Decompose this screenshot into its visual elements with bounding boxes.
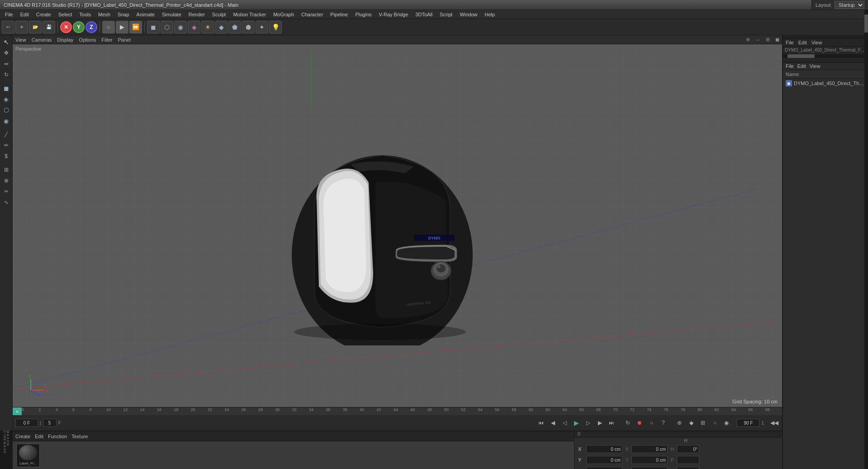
timeline-play[interactable]: ▶ <box>571 418 581 428</box>
menu-render[interactable]: Render <box>185 11 208 18</box>
timeline-icon2[interactable]: ◆ <box>686 418 696 428</box>
rp-menu-view[interactable]: View <box>810 63 821 69</box>
rp-scrollbar-thumb-v[interactable] <box>864 14 868 33</box>
vp-menu-view[interactable]: View <box>15 37 26 43</box>
toolbar-undo[interactable]: ↩ <box>2 21 14 34</box>
timeline-auto-key[interactable]: ○ <box>646 418 656 428</box>
sidebar-bucket-tool[interactable]: $ <box>1 151 11 161</box>
coords-p-input[interactable] <box>677 456 699 464</box>
rp-file-menu-edit[interactable]: Edit <box>798 40 807 45</box>
menu-mesh[interactable]: Mesh <box>95 11 114 18</box>
toolbar-mode-z[interactable]: Z <box>85 21 97 33</box>
timeline-icon1[interactable]: ⊕ <box>674 418 684 428</box>
timeline-key-info[interactable]: ? <box>658 418 668 428</box>
menu-mograph[interactable]: MoGraph <box>270 11 297 18</box>
toolbar-shape-7[interactable]: ✦ <box>256 21 268 34</box>
toolbar-shape-light[interactable]: ☀ <box>201 21 214 34</box>
rp-file-menu-view[interactable]: View <box>811 40 822 45</box>
layout-select[interactable]: Startup <box>835 1 864 9</box>
sidebar-scale-tool[interactable]: ⇔ <box>1 59 11 69</box>
coords-h-input[interactable] <box>677 445 699 453</box>
menu-sculpt[interactable]: Sculpt <box>209 11 229 18</box>
coords-y-pos-input[interactable] <box>586 456 622 464</box>
toolbar-shape-cube[interactable]: ◼ <box>147 21 160 34</box>
sidebar-grid-mode[interactable]: ⊞ <box>1 165 11 175</box>
timeline-icon6[interactable]: ◀◀ <box>769 418 779 428</box>
menu-plugins[interactable]: Plugins <box>352 11 375 18</box>
toolbar-shape-6[interactable]: ⬢ <box>242 21 255 34</box>
rp-scrollbar-v[interactable] <box>864 10 868 469</box>
timeline-icon5[interactable]: ◉ <box>721 418 731 428</box>
menu-script[interactable]: Script <box>436 11 455 18</box>
vp-menu-cameras[interactable]: Cameras <box>32 37 52 43</box>
vp-menu-panel[interactable]: Panel <box>118 37 131 43</box>
menu-vray-bridge[interactable]: V-Ray Bridge <box>376 11 412 18</box>
rp-menu-edit[interactable]: Edit <box>797 63 806 69</box>
menu-window[interactable]: Window <box>456 11 480 18</box>
sidebar-rotate-tool[interactable]: ↻ <box>1 70 11 80</box>
material-slot-1[interactable]: Label_Pr... <box>16 444 40 467</box>
timeline-step-back[interactable]: ◀ <box>548 418 558 428</box>
scene-item-dymo[interactable]: ▣ DYMO_Label_450_Direct_Thermal_... <box>783 79 868 88</box>
coords-z-size-input[interactable] <box>631 467 668 469</box>
menu-simulate[interactable]: Simulate <box>159 11 185 18</box>
timeline-go-start[interactable]: ⏮ <box>536 418 546 428</box>
vp-icon-3[interactable]: ⊞ <box>766 37 770 43</box>
menu-snap[interactable]: Snap <box>114 11 133 18</box>
toolbar-lamp[interactable]: 💡 <box>269 21 282 34</box>
toolbar-obj1[interactable]: ○ <box>102 21 115 34</box>
sidebar-poly-mode[interactable]: ◼ <box>1 83 11 93</box>
sidebar-line-tool[interactable]: ╱ <box>1 129 11 139</box>
toolbar-mode-y[interactable]: Y <box>73 21 85 33</box>
vp-menu-options[interactable]: Options <box>79 37 96 43</box>
menu-file[interactable]: File <box>2 11 16 18</box>
menu-animate[interactable]: Animate <box>133 11 158 18</box>
sidebar-select-tool[interactable]: ↖ <box>1 37 11 47</box>
vp-icon-4[interactable]: ◼ <box>775 37 779 43</box>
timeline-step-fwd2[interactable]: ▶ <box>595 418 605 428</box>
toolbar-shape-5[interactable]: ⬟ <box>228 21 241 34</box>
toolbar-mode-x[interactable]: ✕ <box>60 21 72 33</box>
rp-file-menu-file[interactable]: File <box>786 40 794 45</box>
vp-menu-filter[interactable]: Filter <box>101 37 112 43</box>
coords-y-size-input[interactable] <box>631 456 668 464</box>
sidebar-uvw-mode[interactable]: ◉ <box>1 116 11 126</box>
coords-b-input[interactable] <box>677 467 699 469</box>
toolbar-shape-camera[interactable]: ◆ <box>215 21 228 34</box>
toolbar-render-to-pic[interactable]: ⏩ <box>129 21 142 34</box>
mat-menu-function[interactable]: Function <box>48 434 67 439</box>
sidebar-point-mode[interactable]: ⬡ <box>1 105 11 115</box>
coords-x-size-input[interactable] <box>631 445 668 453</box>
coords-x-pos-input[interactable] <box>586 445 622 453</box>
timeline-current-frame-input[interactable] <box>15 419 38 427</box>
timeline-icon3[interactable]: ⊞ <box>698 418 708 428</box>
toolbar-open[interactable]: 📂 <box>29 21 42 34</box>
menu-pipeline[interactable]: Pipeline <box>327 11 351 18</box>
timeline-go-end[interactable]: ⏭ <box>607 418 617 428</box>
menu-select[interactable]: Select <box>55 11 76 18</box>
timeline-play-reverse[interactable]: ◁ <box>560 418 569 428</box>
menu-edit[interactable]: Edit <box>17 11 32 18</box>
vp-icon-1[interactable]: ⊕ <box>746 37 750 43</box>
menu-character[interactable]: Character <box>298 11 326 18</box>
timeline-fps-input[interactable] <box>43 419 57 427</box>
menu-tools[interactable]: Tools <box>76 11 94 18</box>
vp-icon-2[interactable]: ↔ <box>755 37 760 43</box>
rp-menu-file[interactable]: File <box>786 63 794 69</box>
rp-scrollbar-h[interactable] <box>783 54 868 58</box>
sidebar-move-tool[interactable]: ✥ <box>1 48 11 58</box>
timeline-loop[interactable]: ↻ <box>623 418 633 428</box>
toolbar-render-active[interactable]: ▶ <box>116 21 128 34</box>
menu-3dtoall[interactable]: 3DToAll <box>412 11 436 18</box>
mat-menu-texture[interactable]: Texture <box>71 434 88 439</box>
timeline-step-fwd[interactable]: ▷ <box>583 418 593 428</box>
timeline-record[interactable]: ⏺ <box>635 418 645 428</box>
toolbar-save[interactable]: 💾 <box>43 21 55 34</box>
mat-menu-edit[interactable]: Edit <box>35 434 43 439</box>
sidebar-smooth-tool[interactable]: ∿ <box>1 197 11 207</box>
right-panel-scroll[interactable]: ▣ DYMO_Label_450_Direct_Thermal_... <box>783 79 868 469</box>
toolbar-shape-cone[interactable]: ◈ <box>188 21 200 34</box>
mat-menu-create[interactable]: Create <box>15 434 30 439</box>
menu-motion-tracker[interactable]: Motion Tracker <box>230 11 269 18</box>
coords-z-pos-input[interactable] <box>586 467 622 469</box>
